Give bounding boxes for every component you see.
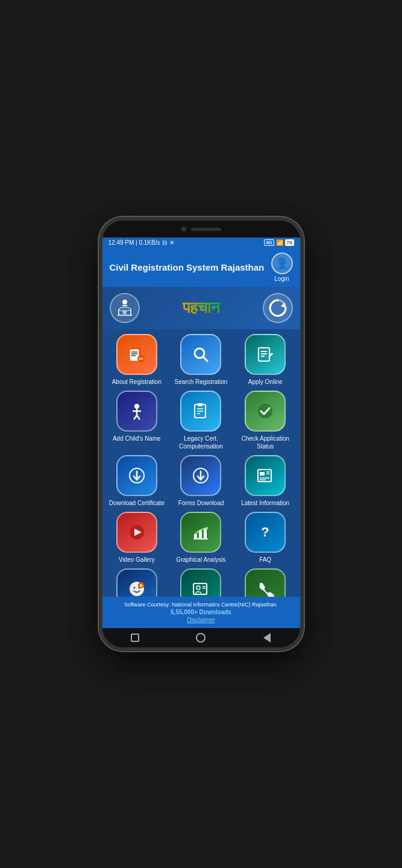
battery-text: 73 xyxy=(285,239,294,246)
status-right: 4G 📶 73 xyxy=(264,239,294,246)
screen: 12:49 PM | 0.1KB/s ⊟ ✕ 4G 📶 73 Civil Reg… xyxy=(102,237,300,647)
menu-label-7: Forms Download xyxy=(178,499,224,507)
footer-downloads: 5,55,000+ Downloads xyxy=(110,609,293,615)
phone-top-bar xyxy=(102,221,300,237)
svg-text:?: ? xyxy=(261,524,269,539)
menu-label-0: About Registration xyxy=(112,378,162,386)
app-header: Civil Registration System Rajasthan 👤 Lo… xyxy=(102,248,300,287)
menu-item-14[interactable]: Contact Us xyxy=(236,568,295,597)
app-title: Civil Registration System Rajasthan xyxy=(110,262,265,272)
menu-label-6: Download Certificate xyxy=(109,499,165,507)
menu-icon-13 xyxy=(180,568,221,597)
menu-icon-1 xyxy=(180,334,221,375)
menu-item-6[interactable]: Download Certificate xyxy=(107,455,167,507)
menu-item-7[interactable]: Forms Download xyxy=(171,455,231,507)
svg-text:🔔: 🔔 xyxy=(138,583,143,588)
menu-label-11: FAQ xyxy=(259,556,271,564)
svg-text:✏: ✏ xyxy=(139,356,144,362)
speaker xyxy=(191,228,221,231)
menu-label-5: Check Application Status xyxy=(236,435,295,450)
menu-item-11[interactable]: ?FAQ xyxy=(236,512,295,564)
square-icon xyxy=(131,634,139,642)
svg-point-48 xyxy=(133,587,135,589)
login-label: Login xyxy=(274,275,289,282)
banner-logo xyxy=(263,293,293,323)
svg-line-15 xyxy=(203,357,207,361)
svg-point-20 xyxy=(134,404,139,409)
svg-point-45 xyxy=(206,527,208,529)
menu-icon-14 xyxy=(245,568,286,597)
status-bar: 12:49 PM | 0.1KB/s ⊟ ✕ 4G 📶 73 xyxy=(102,237,300,248)
svg-text:🏛: 🏛 xyxy=(122,309,127,315)
menu-icon-12: 🔔 xyxy=(116,568,157,597)
menu-icon-11: ? xyxy=(245,512,286,553)
login-avatar: 👤 xyxy=(271,253,293,274)
menu-label-8: Latest Information xyxy=(241,499,289,507)
menu-icon-6 xyxy=(116,455,157,496)
menu-label-10: Graphical Analysis xyxy=(176,556,225,564)
pehchan-text: पहचान xyxy=(140,299,263,317)
triangle-icon xyxy=(263,633,271,643)
menu-item-4[interactable]: Legacy Cert. Computerisation xyxy=(171,391,231,450)
home-button[interactable] xyxy=(195,632,207,644)
signal-icon: 📶 xyxy=(276,239,283,246)
menu-icon-7 xyxy=(180,455,221,496)
phone-shell: 12:49 PM | 0.1KB/s ⊟ ✕ 4G 📶 73 Civil Reg… xyxy=(99,217,304,651)
footer-courtesy: Software Courtesy: National Informatics … xyxy=(110,602,293,608)
emblem-icon: 🏛 xyxy=(110,293,140,323)
time-text: 12:49 PM | 0.1KB/s xyxy=(108,239,160,246)
menu-icon-3 xyxy=(116,391,157,432)
menu-label-4: Legacy Cert. Computerisation xyxy=(171,435,231,450)
menu-item-0[interactable]: ✏About Registration xyxy=(107,334,167,386)
menu-icon-4 xyxy=(180,391,221,432)
menu-label-2: Apply Online xyxy=(248,378,283,386)
menu-icon-8 xyxy=(245,455,286,496)
menu-item-12[interactable]: 🔔Submit Feedback xyxy=(107,568,167,597)
disclaimer-link[interactable]: Disclaimer xyxy=(110,617,293,623)
menu-grid: ✏About RegistrationSearch RegistrationAp… xyxy=(107,334,295,597)
svg-point-53 xyxy=(196,586,200,590)
menu-label-9: Video Gallery xyxy=(119,556,155,564)
menu-item-5[interactable]: Check Application Status xyxy=(236,391,295,450)
menu-icon-9 xyxy=(116,512,157,553)
circle-icon xyxy=(196,633,206,643)
menu-item-8[interactable]: Latest Information xyxy=(236,455,295,507)
svg-rect-26 xyxy=(198,403,203,406)
status-left: 12:49 PM | 0.1KB/s ⊟ ✕ xyxy=(108,239,175,246)
back-button[interactable] xyxy=(261,632,273,644)
svg-rect-1 xyxy=(122,305,127,306)
svg-rect-41 xyxy=(194,534,197,539)
banner-center: पहचान xyxy=(140,299,263,317)
menu-icon-10 xyxy=(180,512,221,553)
svg-point-0 xyxy=(122,300,127,304)
menu-item-3[interactable]: Add Child's Name xyxy=(107,391,167,450)
recent-apps-button[interactable] xyxy=(129,632,141,644)
menu-icon-0: ✏ xyxy=(116,334,157,375)
banner: 🏛 पहचान xyxy=(102,287,300,329)
grid-container: ✏About RegistrationSearch RegistrationAp… xyxy=(102,329,300,597)
menu-item-2[interactable]: Apply Online xyxy=(236,334,295,386)
menu-label-1: Search Registration xyxy=(175,378,228,386)
menu-item-9[interactable]: Video Gallery xyxy=(107,512,167,564)
svg-rect-43 xyxy=(204,528,207,539)
login-button[interactable]: 👤 Login xyxy=(271,253,293,282)
svg-rect-42 xyxy=(199,530,202,539)
svg-rect-34 xyxy=(260,472,265,476)
menu-item-13[interactable]: Contact Details xyxy=(171,568,231,597)
sim-icon: ⊟ xyxy=(162,239,167,246)
menu-item-10[interactable]: Graphical Analysis xyxy=(171,512,231,564)
network-badge: 4G xyxy=(264,239,274,246)
nav-bar xyxy=(102,628,300,647)
menu-label-3: Add Child's Name xyxy=(113,435,161,442)
data-icon: ✕ xyxy=(169,239,174,246)
camera xyxy=(181,227,186,231)
svg-line-24 xyxy=(137,415,140,420)
menu-icon-2 xyxy=(245,334,286,375)
menu-item-1[interactable]: Search Registration xyxy=(171,334,231,386)
app-footer: Software Courtesy: National Informatics … xyxy=(102,597,300,628)
menu-icon-5 xyxy=(245,391,286,432)
